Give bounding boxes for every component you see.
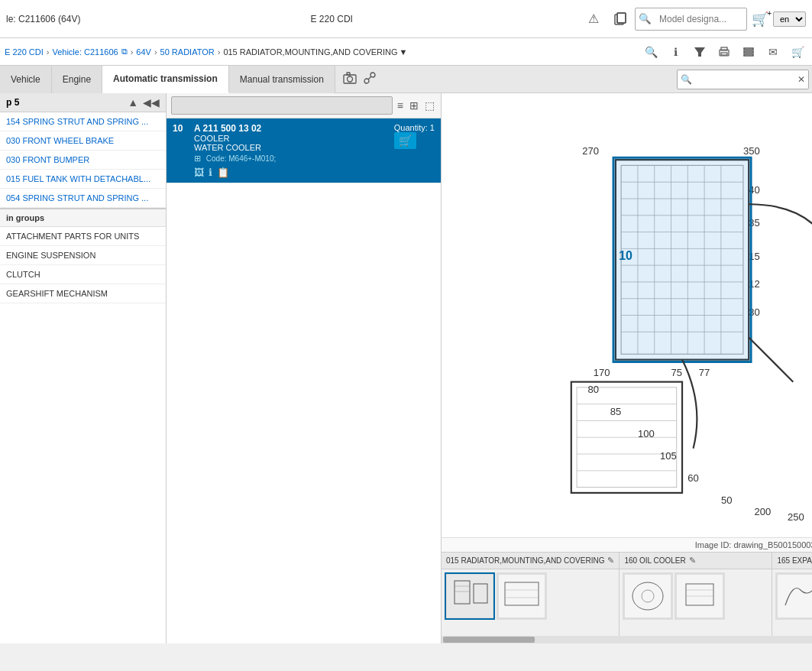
filter-icon-btn[interactable] — [690, 42, 710, 62]
model-label: E 220 CDI — [86, 14, 577, 24]
svg-rect-6 — [721, 53, 727, 55]
part-note-icon[interactable]: 📋 — [217, 167, 229, 178]
part-code: A 211 500 13 02 — [194, 123, 394, 134]
cart-plus-icon: + — [767, 9, 772, 18]
thumb-0-0[interactable] — [445, 572, 495, 620]
group-item-2[interactable]: CLUTCH — [0, 265, 166, 284]
warning-icon-btn[interactable]: ⚠ — [583, 8, 604, 30]
top-search-input[interactable] — [655, 14, 746, 24]
part-number: 10 — [173, 123, 194, 134]
cart2-icon-btn[interactable]: 🛒 — [788, 42, 807, 62]
top-search-box: 🔍 — [635, 8, 747, 31]
language-select[interactable]: en de fr — [773, 11, 806, 27]
tab-automatic[interactable]: Automatic transmission — [102, 66, 229, 93]
tab-camera-icon[interactable] — [343, 72, 357, 86]
list-item-1[interactable]: 030 FRONT WHEEL BRAKE — [0, 131, 166, 151]
svg-point-11 — [347, 76, 352, 82]
list-item-2[interactable]: 030 FRONT BUMPER — [0, 151, 166, 170]
h-scrollbar[interactable] — [442, 636, 812, 643]
part-quantity: Quantity: 1 🛒 — [394, 123, 435, 149]
tab-engine[interactable]: Engine — [52, 66, 102, 93]
list-item-3[interactable]: 015 FUEL TANK WITH DETACHABL... — [0, 170, 166, 189]
top-bar-icons: ⚠ 🔍 🛒+ en de fr — [583, 8, 806, 31]
add-to-cart-button[interactable]: 🛒 — [394, 132, 416, 149]
breadcrumb-dropdown[interactable]: 015 RADIATOR,MOUNTING,AND COVERING ▼ — [223, 47, 407, 57]
vehicle-copy-icon[interactable]: ⧉ — [121, 47, 128, 57]
part-name: COOLER — [194, 134, 394, 143]
thumb-2-0[interactable] — [775, 572, 812, 620]
list-item-0[interactable]: 154 SPRING STRUT AND SPRING ... — [0, 112, 166, 131]
h-scroll-handle[interactable] — [443, 637, 535, 643]
diagram-svg: 270 350 40 35 15 12 30 170 75 77 80 85 1… — [442, 93, 812, 537]
part-info-icon[interactable]: ℹ — [209, 167, 212, 178]
svg-rect-7 — [744, 48, 753, 50]
svg-text:105: 105 — [660, 450, 677, 462]
panel-up-icon[interactable]: ▲ — [128, 96, 138, 109]
svg-rect-1 — [617, 13, 626, 23]
group-item-0[interactable]: ATTACHMENT PARTS FOR UNITS — [0, 227, 166, 246]
svg-text:75: 75 — [671, 367, 683, 378]
tools-icon-btn[interactable] — [739, 42, 759, 62]
section0-edit-icon[interactable]: ✎ — [607, 556, 614, 566]
svg-rect-9 — [744, 54, 753, 56]
svg-text:200: 200 — [754, 506, 771, 517]
breadcrumb-item-3[interactable]: 50 RADIATOR — [160, 47, 215, 57]
parts-search-bar[interactable] — [171, 96, 393, 115]
part-row-selected[interactable]: 10 A 211 500 13 02 COOLER WATER COOLER ⊞… — [167, 118, 441, 183]
tab-bar: Vehicle Engine Automatic transmission Ma… — [0, 66, 812, 93]
breadcrumb-item-0[interactable]: E 220 CDI — [5, 47, 44, 57]
left-panel-header: p 5 ▲ ◀◀ — [0, 93, 166, 112]
zoom-icon-btn[interactable]: 🔍 — [641, 42, 661, 62]
breadcrumb-item-2[interactable]: 64V — [136, 47, 151, 57]
svg-rect-5 — [721, 47, 727, 50]
section1-edit-icon[interactable]: ✎ — [689, 556, 696, 566]
tab-vehicle[interactable]: Vehicle — [0, 66, 52, 93]
svg-text:77: 77 — [699, 367, 710, 378]
thumb-1-1[interactable] — [675, 572, 725, 620]
part-details: A 211 500 13 02 COOLER WATER COOLER ⊞ Co… — [194, 123, 394, 178]
part-subname: WATER COOLER — [194, 143, 394, 152]
group-item-3[interactable]: GEARSHIFT MECHANISM — [0, 284, 166, 303]
group-item-1[interactable]: ENGINE SUSPENSION — [0, 246, 166, 265]
image-id-bar: Image ID: drawing_B50015000348 — [442, 537, 812, 552]
list-item-4[interactable]: 054 SPRING STRUT AND SPRING ... — [0, 189, 166, 208]
bottom-section-header-0: 015 RADIATOR,MOUNTING,AND COVERING ✎ — [442, 553, 619, 569]
bottom-section-header-2: 165 EXPANSION TANK,MOUNTING AND HOSES ✎ — [772, 553, 812, 569]
diagram-area: 270 350 40 35 15 12 30 170 75 77 80 85 1… — [442, 93, 812, 537]
dropdown-arrow-icon: ▼ — [400, 47, 408, 57]
mail-icon-btn[interactable]: ✉ — [763, 42, 783, 62]
part-info: ⊞ Code: M646+-M010; — [194, 154, 394, 164]
tab-manual[interactable]: Manual transmission — [229, 66, 335, 93]
top-search-icon[interactable]: 🔍 — [636, 13, 655, 24]
breadcrumb-item-1[interactable]: Vehicle: C211606 — [52, 47, 118, 57]
bottom-section-2: 165 EXPANSION TANK,MOUNTING AND HOSES ✎ — [772, 553, 812, 636]
svg-rect-81 — [625, 575, 671, 618]
external-view-btn[interactable]: ⬚ — [423, 99, 436, 112]
tab-wrench-icon[interactable] — [363, 71, 377, 87]
tab-extra-icons — [335, 71, 384, 87]
part-image-icon[interactable]: 🖼 — [194, 167, 204, 178]
svg-text:350: 350 — [743, 145, 760, 157]
tab-search-close[interactable]: ✕ — [794, 74, 808, 85]
grid-view-btn[interactable]: ⊞ — [408, 99, 420, 112]
tab-search-icon[interactable]: 🔍 — [678, 74, 695, 85]
info-icon-btn[interactable]: ℹ — [665, 42, 685, 62]
main-content: p 5 ▲ ◀◀ 154 SPRING STRUT AND SPRING ...… — [0, 93, 812, 643]
cart-button[interactable]: 🛒+ — [752, 11, 768, 28]
thumb-0-1[interactable] — [497, 572, 547, 620]
copy-icon-btn[interactable] — [609, 8, 630, 30]
svg-text:170: 170 — [594, 367, 610, 378]
thumb-1-0[interactable] — [623, 572, 673, 620]
panel-collapse-icon[interactable]: ◀◀ — [143, 96, 160, 109]
tab-search-box: 🔍 ✕ — [677, 70, 809, 89]
print-icon-btn[interactable] — [714, 42, 734, 62]
svg-text:85: 85 — [610, 406, 622, 417]
bottom-section-0: 015 RADIATOR,MOUNTING,AND COVERING ✎ — [442, 553, 620, 636]
svg-rect-12 — [347, 73, 350, 75]
parts-toolbar: ≡ ⊞ ⬚ — [167, 93, 441, 118]
panel-header-icons: ▲ ◀◀ — [128, 96, 160, 109]
list-view-btn[interactable]: ≡ — [396, 99, 405, 112]
svg-text:100: 100 — [638, 428, 655, 439]
tab-search-input[interactable] — [695, 75, 794, 84]
groups-section: in groups ATTACHMENT PARTS FOR UNITS ENG… — [0, 208, 166, 303]
